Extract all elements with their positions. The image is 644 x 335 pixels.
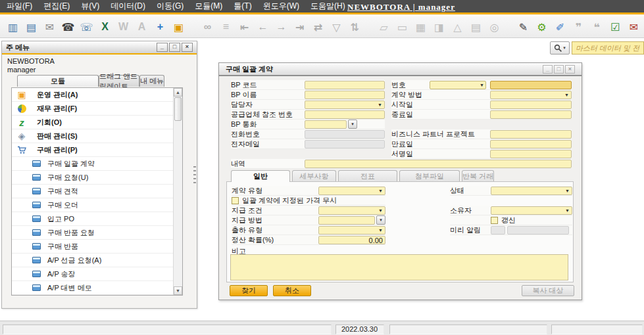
form-tab[interactable]: 전표 [338,170,397,182]
bp-code-input[interactable] [305,81,385,89]
menu-item[interactable]: 데이터(D) [111,1,145,12]
first-record-icon[interactable]: ⇤ [237,19,252,35]
owner-dropdown[interactable] [491,206,572,215]
tree-item[interactable]: 구매 반품 요청 [12,226,173,240]
copy-to-icon[interactable]: ▱ [376,19,391,35]
menu-item[interactable]: 도움말(H) [310,1,345,12]
payment-method-input[interactable] [318,216,375,225]
find-button[interactable]: 찾기 [230,285,268,296]
termination-date-input[interactable] [490,140,572,148]
panel-tab[interactable]: 드래그 앤드 릴레이트 [99,75,139,87]
tree-item[interactable]: A/P 대변 메모 [12,281,173,295]
agreement-method-dropdown[interactable] [490,91,572,99]
export-word-icon[interactable]: W [116,19,131,35]
close-icon[interactable]: × [565,65,575,74]
checkbox[interactable] [491,217,498,224]
maximize-icon[interactable]: □ [554,65,564,74]
tree-item[interactable]: A/P 선금 요청(A) [12,254,173,267]
tree-item[interactable]: 판매 관리(S) [12,129,173,143]
minimize-icon[interactable]: _ [157,43,168,52]
panel-resize-grip[interactable] [193,166,196,185]
menu-item[interactable]: 뷰(V) [81,1,99,12]
start-date-input[interactable] [490,100,572,109]
menu-item[interactable]: 파일(F) [7,1,32,12]
form-settings-icon[interactable]: ✐ [553,19,568,35]
number-series-dropdown[interactable] [430,81,486,89]
payment-means-icon[interactable]: ▦ [413,19,428,35]
dropdown-button[interactable]: ▾ [376,215,385,225]
tree-item[interactable]: 구매 일괄 계약 [12,157,173,171]
filter-icon[interactable]: ▽ [329,19,344,35]
tree-item[interactable]: 구매 요청(U) [12,171,173,185]
export-excel-icon[interactable]: X [97,19,112,35]
task-overview-icon[interactable]: ☑ [608,19,623,35]
bp-currency-input[interactable] [305,120,347,129]
preview-icon[interactable]: ▥ [5,19,20,35]
bp-name-input[interactable] [305,91,385,99]
tree-item[interactable]: 구매 반품 [12,240,173,254]
tree-item[interactable]: 구매 오더 [12,198,173,212]
query-icon[interactable]: ◎ [487,19,502,35]
vendor-ref-no-input[interactable] [305,110,385,119]
print-icon[interactable]: ▤ [24,19,39,35]
cancel-button[interactable]: 취소 [273,285,311,296]
tree-item[interactable]: 기회(O) [12,116,173,129]
settlement-probability-input[interactable]: 0.00 [318,236,385,244]
description-input[interactable] [305,160,572,168]
end-date-input[interactable] [490,110,572,119]
refresh-record-icon[interactable]: ⇄ [310,19,326,35]
phone-input[interactable] [305,130,385,139]
reminder-value-input[interactable] [491,226,505,234]
document-number-input[interactable] [490,81,572,89]
remarks-textarea[interactable] [230,254,568,280]
lock-screen-icon[interactable]: ▣ [171,19,186,35]
bp-project-input[interactable] [490,130,572,139]
tree-item[interactable]: A/P 송장 [12,267,173,281]
edit-icon[interactable]: ✎ [516,19,531,35]
menu-item[interactable]: 모듈(M) [195,1,222,12]
search-input[interactable] [572,41,644,55]
base-document-icon[interactable]: ▤ [468,19,483,35]
signing-date-input[interactable] [490,150,572,158]
fax-icon[interactable]: ☏ [79,19,94,35]
user-defined-fields-icon[interactable]: ⚙ [534,19,549,35]
comment-icon[interactable]: ❞ [571,19,586,35]
shipping-type-dropdown[interactable] [318,226,385,234]
last-record-icon[interactable]: ⇥ [292,19,307,35]
scroll-thumb[interactable] [174,97,182,121]
panel-tab[interactable]: 내 메뉴 [139,75,164,87]
checkbox[interactable] [232,197,239,204]
list-icon[interactable]: ≡ [218,19,234,35]
scroll-up-icon[interactable]: ▲ [174,88,182,97]
sms-icon[interactable]: ☎ [61,19,76,35]
tree-item[interactable]: 입고 PO [12,212,173,226]
tree-scrollbar[interactable]: ▲ ▼ [173,88,182,295]
menu-item[interactable]: 윈도우(W) [263,1,299,12]
volume-weight-icon[interactable]: △ [450,19,465,35]
contact-person-dropdown[interactable] [305,100,385,109]
scroll-down-icon[interactable]: ▼ [174,286,182,295]
status-dropdown[interactable] [491,187,572,195]
form-tab[interactable]: 반복 거래 [462,170,494,182]
tree-item[interactable]: 운영 관리(A) [12,88,173,102]
menu-item[interactable]: 편집(E) [43,1,70,12]
previous-record-icon[interactable]: ← [255,19,270,35]
menu-item[interactable]: 이동(G) [157,1,184,12]
copy-from-icon[interactable]: ▭ [395,19,410,35]
tree-item[interactable]: 구매 견적 [12,185,173,198]
chat-icon[interactable]: ❝ [589,19,605,35]
search-button[interactable]: ▾ [550,41,570,55]
sort-icon[interactable]: ⇅ [347,19,362,35]
tree-item[interactable]: 재무 관리(F) [12,102,173,116]
find-icon[interactable]: ∞ [200,19,215,35]
export-pdf-icon[interactable]: A [134,19,149,35]
close-icon[interactable]: × [182,43,193,52]
agreement-type-dropdown[interactable] [318,187,385,195]
gross-profit-icon[interactable]: ◨ [432,19,447,35]
form-tab[interactable]: 첨부파일 [399,170,460,182]
dropdown-button[interactable]: ▾ [348,120,357,129]
email-input[interactable] [305,140,385,148]
next-record-icon[interactable]: → [274,19,289,35]
copy-to-button[interactable]: 복사 대상 [522,285,574,296]
reminder-unit-input[interactable] [507,226,569,234]
